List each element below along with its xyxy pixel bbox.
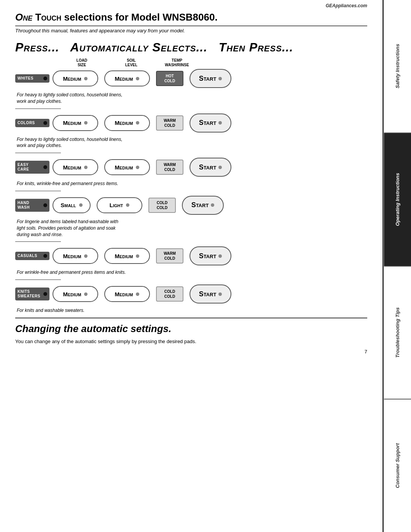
cycle-block-2: EasyCareMediumMediumWarmColdStartFor kni… xyxy=(15,158,367,191)
sidebar-troubleshooting: Troubleshooting Tips xyxy=(384,267,411,400)
start-dot xyxy=(218,292,222,296)
column-headers: Load Size Soil Level Temp Wash/Rinse xyxy=(53,58,367,67)
temp-line1: Warm xyxy=(164,163,176,167)
soil-label: Medium xyxy=(115,75,133,82)
start-dot xyxy=(218,77,222,80)
row-note-0: For heavy to lightly soiled cottons, hou… xyxy=(17,92,367,105)
soil-label: Medium xyxy=(115,253,133,259)
load-label: Small xyxy=(61,202,76,208)
start-oval-2[interactable]: Start xyxy=(190,158,231,177)
load-label: Medium xyxy=(63,120,81,126)
soil-dot xyxy=(136,166,139,169)
soil-oval-0[interactable]: Medium xyxy=(104,70,150,86)
start-dot xyxy=(218,121,222,125)
sidebar-consumer-label: Consumer Support xyxy=(395,443,401,488)
wash-row-5: KnitsSweatersMediumMediumColdColdStart xyxy=(15,284,367,304)
divider-4 xyxy=(15,280,61,280)
start-dot xyxy=(211,203,214,207)
load-label: Medium xyxy=(63,291,81,297)
sidebar-safety-label: Safety Instructions xyxy=(395,44,401,88)
soil-oval-4[interactable]: Medium xyxy=(104,248,150,264)
cycle-block-5: KnitsSweatersMediumMediumColdColdStartFo… xyxy=(15,284,367,314)
start-label: Start xyxy=(199,119,217,127)
temp-line2: Cold xyxy=(164,294,175,299)
start-oval-3[interactable]: Start xyxy=(182,196,224,215)
wash-row-4: CasualsMediumMediumWarmColdStart xyxy=(15,246,367,265)
soil-dot xyxy=(136,121,139,125)
soil-oval-3[interactable]: Light xyxy=(97,197,142,213)
start-label: Start xyxy=(199,75,217,83)
start-oval-5[interactable]: Start xyxy=(190,284,231,304)
row-note-2: For knits, wrinkle-free and permanent pr… xyxy=(17,181,367,187)
cycle-badge-1[interactable]: Colors xyxy=(15,119,49,127)
load-dot xyxy=(79,203,83,207)
start-oval-0[interactable]: Start xyxy=(190,69,231,88)
soil-dot xyxy=(136,77,139,80)
cycle-badge-5[interactable]: KnitsSweaters xyxy=(15,288,49,300)
load-oval-3[interactable]: Small xyxy=(53,197,91,213)
load-dot xyxy=(84,77,88,80)
start-label: Start xyxy=(199,290,217,298)
soil-dot xyxy=(126,203,129,207)
cycle-block-3: HandWashSmallLightColdColdStartFor linge… xyxy=(15,196,367,242)
cycle-block-0: WhitesMediumMediumHotColdStartFor heavy … xyxy=(15,69,367,109)
col-load-header: Load Size xyxy=(57,58,107,67)
load-oval-5[interactable]: Medium xyxy=(53,286,98,302)
title-rest: selections for Model WNSB8060. xyxy=(61,11,217,23)
temp-line1: Hot xyxy=(166,74,174,78)
cycle-badge-3[interactable]: HandWash xyxy=(15,199,49,212)
temp-badge-4: WarmCold xyxy=(156,248,183,264)
temp-line2: Cold xyxy=(164,168,175,172)
soil-label: Medium xyxy=(115,291,133,297)
start-label: Start xyxy=(191,201,209,209)
press-label: Press... Automatically Selects... Then P… xyxy=(15,40,293,54)
load-label: Medium xyxy=(63,253,81,259)
col-soil-header: Soil Level xyxy=(107,58,156,67)
cycle-block-1: ColorsMediumMediumWarmColdStartFor heavy… xyxy=(15,113,367,153)
divider-0 xyxy=(15,109,61,109)
temp-badge-0: HotCold xyxy=(156,71,183,86)
temp-line2: Cold xyxy=(164,123,175,128)
start-label: Start xyxy=(199,252,217,260)
soil-oval-1[interactable]: Medium xyxy=(104,115,150,131)
soil-dot xyxy=(136,292,139,296)
load-label: Medium xyxy=(63,164,81,171)
wash-row-3: HandWashSmallLightColdColdStart xyxy=(15,196,367,215)
cycle-badge-2[interactable]: EasyCare xyxy=(15,161,49,174)
badge-dot xyxy=(43,121,47,125)
load-oval-2[interactable]: Medium xyxy=(53,159,98,175)
press-heading: Press... Automatically Selects... Then P… xyxy=(15,40,367,54)
load-oval-0[interactable]: Medium xyxy=(53,70,98,86)
badge-dot xyxy=(43,292,47,296)
temp-line1: Warm xyxy=(164,251,176,256)
cycle-badge-0[interactable]: Whites xyxy=(15,74,49,83)
temp-badge-2: WarmCold xyxy=(156,160,183,175)
load-dot xyxy=(84,292,88,296)
start-oval-4[interactable]: Start xyxy=(190,246,231,265)
load-dot xyxy=(84,166,88,169)
start-label: Start xyxy=(199,163,217,171)
badge-dot xyxy=(43,165,47,169)
changing-text: You can change any of the automatic sett… xyxy=(15,338,367,345)
cycle-badge-4[interactable]: Casuals xyxy=(15,252,49,260)
sidebar-operating-label: Operating Instructions xyxy=(395,173,401,226)
website: GEAppliances.com xyxy=(326,3,367,8)
start-oval-1[interactable]: Start xyxy=(190,113,231,133)
start-dot xyxy=(218,166,222,169)
start-dot xyxy=(218,254,222,258)
soil-oval-5[interactable]: Medium xyxy=(104,286,150,302)
row-note-5: For knits and washable sweaters. xyxy=(17,307,367,314)
temp-badge-1: WarmCold xyxy=(156,115,183,131)
temp-line2: Cold xyxy=(164,79,175,83)
load-oval-4[interactable]: Medium xyxy=(53,248,98,264)
page-number: 7 xyxy=(15,349,367,355)
soil-dot xyxy=(136,254,139,258)
load-oval-1[interactable]: Medium xyxy=(53,115,98,131)
badge-dot xyxy=(43,203,47,207)
temp-line2: Cold xyxy=(164,256,175,260)
temp-badge-3: ColdCold xyxy=(148,198,176,213)
badge-dot xyxy=(43,254,47,258)
title-touch: Touch xyxy=(35,11,61,23)
soil-oval-2[interactable]: Medium xyxy=(104,159,150,175)
sidebar-consumer: Consumer Support xyxy=(384,399,411,532)
